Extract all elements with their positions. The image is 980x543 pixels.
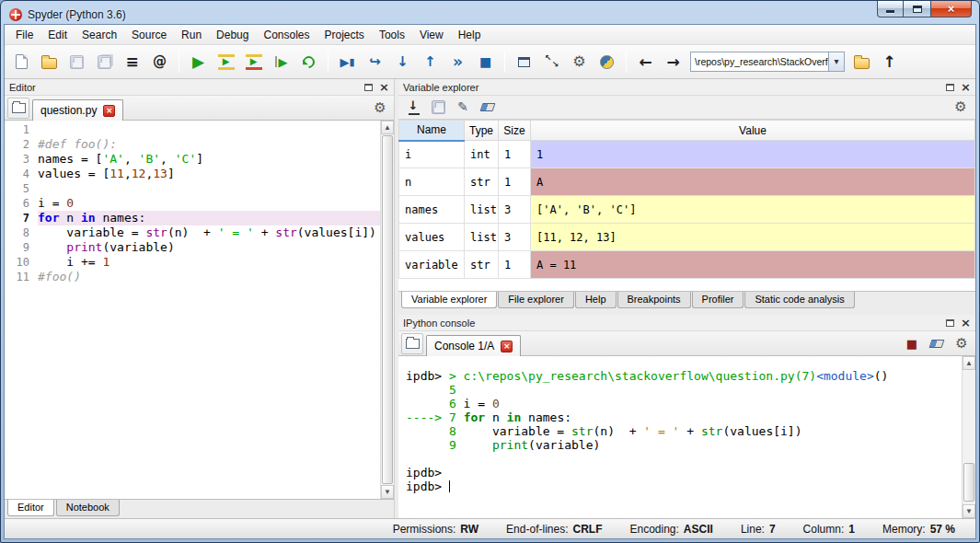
code-line-7[interactable]: 7for n in names:	[5, 211, 380, 225]
code-line-6[interactable]: 6i = 0	[5, 196, 380, 211]
forward-button[interactable]: →	[660, 49, 686, 75]
scroll-down-icon[interactable]: ▼	[381, 485, 394, 499]
menu-item-source[interactable]: Source	[124, 26, 174, 44]
cell-value[interactable]: A = 11	[531, 251, 975, 279]
close-variable-explorer-icon[interactable]: ×	[961, 81, 971, 93]
save-file-button[interactable]	[63, 49, 90, 75]
cell-name[interactable]: values	[399, 224, 465, 251]
close-tab-button[interactable]: ×	[103, 105, 115, 117]
cell-size[interactable]: 3	[499, 224, 531, 251]
file-switcher-button[interactable]: ≡	[119, 49, 145, 75]
pane-tab-file-explorer[interactable]: File explorer	[498, 292, 574, 308]
editor-scrollbar[interactable]: ▲ ▼	[380, 121, 394, 499]
cell-value[interactable]: ['A', 'B', 'C']	[531, 196, 975, 224]
close-button[interactable]: ×	[930, 1, 972, 17]
code-line-9[interactable]: 9 print(variable)	[5, 240, 380, 255]
cell-name[interactable]: variable	[399, 251, 465, 279]
browse-tabs-button[interactable]	[7, 98, 29, 119]
editor-tab[interactable]: question.py ×	[32, 99, 123, 121]
scrollbar-thumb[interactable]	[382, 135, 393, 484]
maximize-pane-button[interactable]	[511, 49, 537, 75]
code-editor[interactable]: 12#def foo():3names = ['A', 'B', 'C']4va…	[5, 121, 394, 499]
console-browse-tabs-button[interactable]	[401, 333, 423, 354]
close-editor-panel-icon[interactable]: ×	[379, 81, 389, 93]
code-line-10[interactable]: 10 i += 1	[5, 255, 380, 270]
scroll-up-icon[interactable]: ▲	[381, 121, 394, 134]
run-selection-button[interactable]: ▶	[268, 49, 294, 75]
stop-debug-button[interactable]: ■	[472, 49, 499, 75]
scrollbar-track[interactable]	[381, 134, 394, 485]
menu-item-consoles[interactable]: Consoles	[256, 26, 317, 44]
code-line-8[interactable]: 8 variable = str(n) + ' = ' + str(values…	[5, 225, 380, 240]
step-into-button[interactable]: ↓	[389, 49, 416, 75]
preferences-button[interactable]: ⚙	[566, 49, 593, 75]
working-directory-combo[interactable]: \repos\py_research\StackOverflow ▾	[690, 52, 845, 72]
cell-value[interactable]: A	[531, 168, 975, 196]
code-line-3[interactable]: 3names = ['A', 'B', 'C']	[5, 152, 380, 167]
symbol-finder-button[interactable]: @	[146, 49, 173, 75]
cell-size[interactable]: 1	[499, 168, 531, 196]
code-line-1[interactable]: 1	[5, 122, 380, 137]
parent-directory-button[interactable]: ↑	[876, 49, 903, 75]
back-button[interactable]: ←	[632, 49, 659, 75]
column-header-type[interactable]: Type	[465, 121, 499, 141]
cell-type[interactable]: str	[465, 168, 499, 196]
debug-file-button[interactable]: ▶▮	[334, 49, 361, 75]
run-cell-advance-button[interactable]: ▶	[240, 49, 267, 75]
continue-button[interactable]: »	[444, 49, 471, 75]
close-console-panel-icon[interactable]: ×	[961, 317, 971, 329]
column-header-size[interactable]: Size	[499, 121, 531, 141]
clear-console-button[interactable]	[926, 333, 948, 354]
console-area[interactable]: ipdb> > c:\repos\py_research\stackoverfl…	[398, 356, 975, 518]
console-tab[interactable]: Console 1/A ×	[426, 335, 521, 356]
menu-item-help[interactable]: Help	[451, 26, 489, 44]
menu-item-tools[interactable]: Tools	[372, 26, 412, 44]
pane-tab-variable-explorer[interactable]: Variable explorer	[401, 292, 497, 308]
pane-tab-help[interactable]: Help	[575, 292, 617, 308]
editor-bottom-tab-editor[interactable]: Editor	[7, 500, 54, 516]
import-data-button[interactable]: ↓	[402, 97, 424, 118]
cell-type[interactable]: list	[465, 224, 499, 251]
editor-options-button[interactable]: ⚙	[369, 98, 391, 119]
menu-item-view[interactable]: View	[412, 26, 451, 44]
console-close-tab-button[interactable]: ×	[501, 341, 513, 352]
cell-size[interactable]: 3	[499, 196, 531, 224]
console-scrollbar-track[interactable]	[963, 370, 975, 504]
cell-size[interactable]: 1	[499, 251, 531, 279]
run-cell-button[interactable]: ▶	[213, 49, 239, 75]
column-header-name[interactable]: Name	[399, 121, 465, 141]
menu-item-projects[interactable]: Projects	[317, 26, 372, 44]
title-bar[interactable]: Spyder (Python 3.6) ×	[4, 1, 976, 24]
run-file-button[interactable]: ▶	[185, 49, 212, 75]
save-data-button[interactable]	[427, 97, 449, 118]
console-options-button[interactable]: ⚙	[951, 333, 973, 354]
maximize-button[interactable]	[904, 1, 930, 17]
rerun-script-button[interactable]	[295, 49, 322, 75]
cell-type[interactable]: list	[465, 196, 499, 224]
column-header-value[interactable]: Value	[531, 121, 975, 141]
step-over-button[interactable]: ↪	[362, 49, 388, 75]
menu-item-search[interactable]: Search	[75, 26, 124, 44]
new-file-button[interactable]	[8, 49, 35, 75]
console-scroll-down-icon[interactable]: ▼	[963, 504, 975, 518]
cell-type[interactable]: str	[465, 251, 499, 279]
cell-type[interactable]: int	[465, 141, 499, 168]
remove-variables-button[interactable]	[477, 97, 499, 118]
browse-directory-button[interactable]	[848, 49, 875, 75]
console-scrollbar[interactable]: ▲ ▼	[962, 356, 975, 518]
variable-explorer-options-button[interactable]: ⚙	[950, 97, 972, 118]
cell-name[interactable]: names	[399, 196, 465, 224]
open-file-button[interactable]	[36, 49, 63, 75]
console-scrollbar-thumb[interactable]	[963, 463, 974, 502]
code-line-11[interactable]: 11#foo()	[5, 270, 380, 284]
code-line-2[interactable]: 2#def foo():	[5, 137, 380, 152]
cell-name[interactable]: i	[399, 141, 465, 168]
menu-item-debug[interactable]: Debug	[209, 26, 256, 44]
fullscreen-button[interactable]: ↖↘	[538, 49, 565, 75]
interrupt-kernel-button[interactable]: ■	[901, 333, 923, 354]
console-scroll-up-icon[interactable]: ▲	[963, 356, 975, 370]
pane-tab-static-code-analysis[interactable]: Static code analysis	[744, 292, 854, 308]
insert-variable-button[interactable]: ✎	[452, 97, 474, 118]
variable-table[interactable]: NameTypeSizeValue iint11nstr1Anameslist3…	[398, 120, 975, 291]
cell-size[interactable]: 1	[499, 141, 531, 168]
